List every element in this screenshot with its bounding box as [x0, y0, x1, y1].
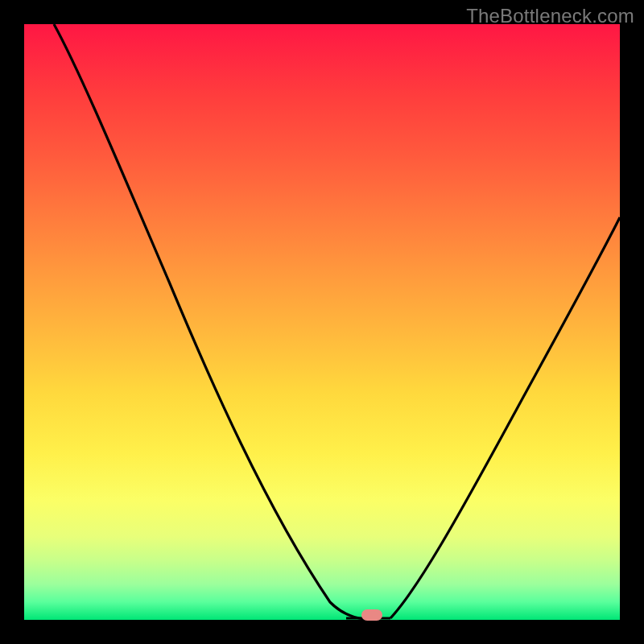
bottleneck-curve	[24, 24, 620, 620]
optimal-marker	[361, 609, 382, 621]
chart-stage: TheBottleneck.com	[0, 0, 644, 644]
plot-area	[24, 24, 620, 620]
